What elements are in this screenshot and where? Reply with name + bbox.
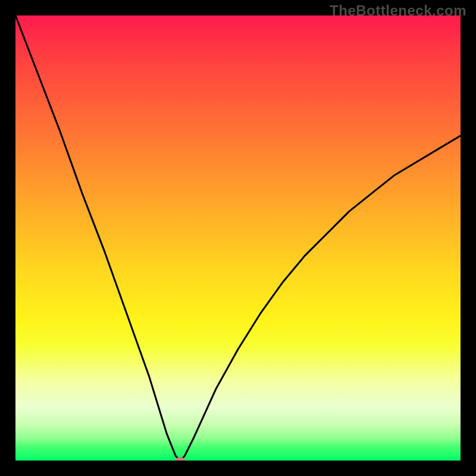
chart-frame: TheBottleneck.com	[0, 0, 476, 476]
watermark-text: TheBottleneck.com	[330, 2, 466, 19]
bottleneck-curve	[15, 15, 461, 461]
best-fit-marker	[176, 458, 185, 461]
plot-area	[15, 15, 461, 461]
curve-svg	[15, 15, 461, 461]
